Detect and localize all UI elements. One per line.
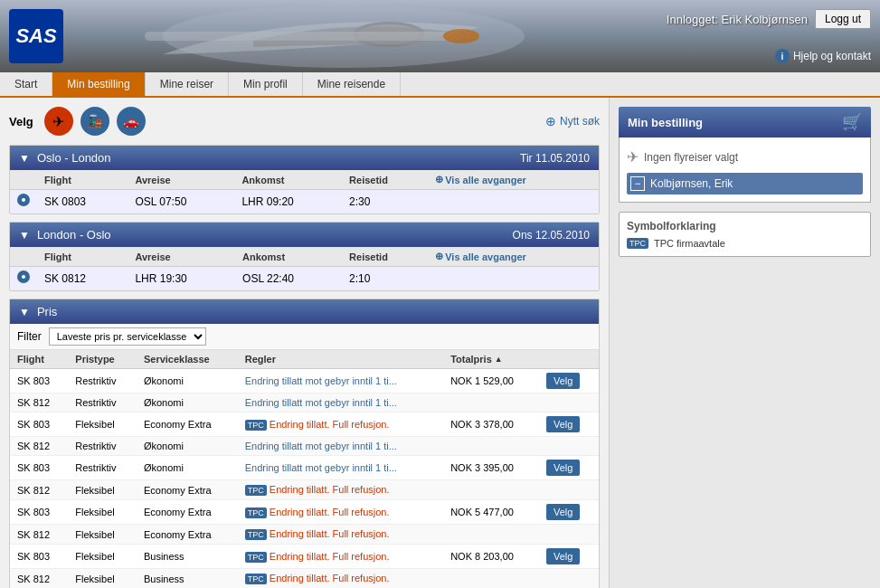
price-row[interactable]: SK 803 Restriktiv Økonomi Endring tillat… — [10, 369, 599, 394]
price-row-pristype: Restriktiv — [68, 437, 137, 456]
route2-table: Flight Avreise Ankomst Reisetid ⊕ Vis al… — [10, 247, 599, 290]
price-row[interactable]: SK 812 Restriktiv Økonomi Endring tillat… — [10, 394, 599, 413]
route1-ankomst: LHR 09:20 — [234, 190, 342, 213]
symbol-header: Symbolforklaring — [627, 220, 863, 232]
bestilling-body: ✈ Ingen flyreiser valgt − Kolbjørnsen, E… — [619, 138, 871, 203]
route1-row[interactable]: SK 0803 OSL 07:50 LHR 09:20 2:30 — [10, 190, 599, 213]
route2-ankomst: OSL 22:40 — [235, 267, 342, 290]
train-transport-icon[interactable]: 🚂 — [80, 107, 109, 136]
logout-button[interactable]: Logg ut — [815, 9, 871, 29]
velg-button[interactable]: Velg — [546, 548, 580, 564]
new-search-label: Nytt søk — [560, 115, 600, 128]
price-row-action: Velg — [539, 500, 599, 525]
price-row[interactable]: SK 803 Fleksibel Business TPC Endring ti… — [10, 545, 599, 569]
price-col-serviceklasse: Serviceklasse — [137, 350, 238, 369]
route2-empty-cell — [428, 267, 599, 290]
tpc-label: TPC firmaavtale — [654, 238, 725, 249]
route1-col-flight: Flight — [37, 170, 128, 190]
route1-vis-alle-label: Vis alle avganger — [445, 175, 526, 185]
price-row-totalpris — [443, 480, 539, 500]
plane-icon-sm: ✈ — [627, 148, 639, 166]
price-row-regler: TPC Endring tillatt. Full refusjon. — [238, 569, 443, 589]
price-row-pristype: Fleksibel — [68, 545, 137, 569]
route2-vis-alle-btn[interactable]: ⊕ Vis alle avganger — [435, 251, 591, 262]
velg-button[interactable]: Velg — [546, 504, 580, 520]
velg-row: Velg ✈ 🚂 🚗 ⊕ Nytt søk — [9, 107, 600, 136]
price-row-flight: SK 812 — [10, 480, 68, 500]
price-row[interactable]: SK 812 Fleksibel Business TPC Endring ti… — [10, 569, 599, 589]
price-row-action — [539, 480, 599, 500]
nav-mine-reisende[interactable]: Mine reisende — [303, 72, 401, 96]
price-row-serviceklasse: Economy Extra — [137, 413, 238, 437]
price-row-pristype: Restriktiv — [68, 394, 137, 413]
price-row-totalpris — [443, 569, 539, 589]
passenger-name: Kolbjørnsen, Erik — [650, 177, 733, 190]
price-row-action: Velg — [539, 545, 599, 569]
minus-passenger-button[interactable]: − — [630, 176, 645, 191]
route2-row[interactable]: SK 0812 LHR 19:30 OSL 22:40 2:10 — [10, 267, 599, 290]
price-row[interactable]: SK 803 Restriktiv Økonomi Endring tillat… — [10, 456, 599, 480]
price-row-totalpris: NOK 3 378,00 — [443, 413, 539, 437]
price-row[interactable]: SK 812 Restriktiv Økonomi Endring tillat… — [10, 437, 599, 456]
route1-vis-alle-btn[interactable]: ⊕ Vis alle avganger — [435, 174, 591, 185]
nav-start[interactable]: Start — [0, 72, 52, 96]
price-row-pristype: Fleksibel — [68, 413, 137, 437]
filter-select[interactable]: Laveste pris pr. serviceklasse — [49, 327, 206, 346]
price-row-totalpris: NOK 3 395,00 — [443, 456, 539, 480]
route2-vis-alle-header: ⊕ Vis alle avganger — [428, 247, 599, 267]
price-row-pristype: Fleksibel — [68, 525, 137, 545]
price-row-regler: TPC Endring tillatt. Full refusjon. — [238, 500, 443, 525]
price-row[interactable]: SK 803 Fleksibel Economy Extra TPC Endri… — [10, 413, 599, 437]
route2-col-ankomst: Ankomst — [235, 247, 342, 267]
car-transport-icon[interactable]: 🚗 — [117, 107, 146, 136]
route2-reisetid: 2:10 — [342, 267, 428, 290]
velg-button[interactable]: Velg — [546, 373, 580, 389]
help-bar[interactable]: i Hjelp og kontakt — [775, 49, 871, 63]
tpc-badge: TPC — [627, 238, 648, 249]
price-row-serviceklasse: Økonomi — [137, 369, 238, 394]
route1-vis-alle-header: ⊕ Vis alle avganger — [428, 170, 599, 190]
route1-radio[interactable] — [10, 190, 37, 213]
price-row[interactable]: SK 812 Fleksibel Economy Extra TPC Endri… — [10, 480, 599, 500]
price-row-flight: SK 812 — [10, 394, 68, 413]
price-row-totalpris — [443, 394, 539, 413]
price-row-pristype: Fleksibel — [68, 500, 137, 525]
price-row-flight: SK 803 — [10, 369, 68, 394]
price-row-flight: SK 812 — [10, 525, 68, 545]
price-title: Pris — [37, 305, 57, 318]
price-row-serviceklasse: Økonomi — [137, 456, 238, 480]
price-row[interactable]: SK 803 Fleksibel Economy Extra TPC Endri… — [10, 500, 599, 525]
new-search-button[interactable]: ⊕ Nytt søk — [545, 114, 600, 128]
sas-logo[interactable]: SAS — [9, 9, 63, 63]
price-row-serviceklasse: Economy Extra — [137, 525, 238, 545]
price-row[interactable]: SK 812 Fleksibel Economy Extra TPC Endri… — [10, 525, 599, 545]
route2-col-flight: Flight — [37, 247, 128, 267]
user-bar: Innlogget: Erik Kolbjørnsen Logg ut — [667, 9, 871, 29]
route2-radio[interactable] — [10, 267, 37, 290]
plane-transport-icon[interactable]: ✈ — [44, 107, 73, 136]
nav-min-bestilling[interactable]: Min bestilling — [52, 72, 145, 96]
price-row-action — [539, 569, 599, 589]
price-row-regler: TPC Endring tillatt. Full refusjon. — [238, 413, 443, 437]
price-row-serviceklasse: Economy Extra — [137, 480, 238, 500]
price-col-regler: Regler — [238, 350, 443, 369]
price-section: ▼ Pris Filter Laveste pris pr. servicekl… — [9, 299, 600, 588]
route2-arrow: ▼ — [19, 229, 30, 242]
price-row-regler: Endring tillatt mot gebyr inntil 1 ti... — [238, 369, 443, 394]
velg-button[interactable]: Velg — [546, 460, 580, 476]
tpc-badge: TPC — [245, 485, 267, 496]
price-row-totalpris: NOK 1 529,00 — [443, 369, 539, 394]
route1-header: ▼ Oslo - London Tir 11.05.2010 — [10, 146, 599, 170]
price-row-totalpris: NOK 8 203,00 — [443, 545, 539, 569]
route1-title: Oslo - London — [37, 151, 111, 165]
price-row-flight: SK 803 — [10, 545, 68, 569]
nav-min-profil[interactable]: Min profil — [229, 72, 303, 96]
nav-mine-reiser[interactable]: Mine reiser — [146, 72, 229, 96]
velg-button[interactable]: Velg — [546, 416, 580, 432]
help-label: Hjelp og kontakt — [793, 50, 871, 62]
symbol-section: Symbolforklaring TPC TPC firmaavtale — [619, 212, 871, 257]
route2-col-avreise: Avreise — [128, 247, 235, 267]
price-row-regler: Endring tillatt mot gebyr inntil 1 ti... — [238, 394, 443, 413]
price-row-regler: Endring tillatt mot gebyr inntil 1 ti... — [238, 456, 443, 480]
price-row-action — [539, 437, 599, 456]
